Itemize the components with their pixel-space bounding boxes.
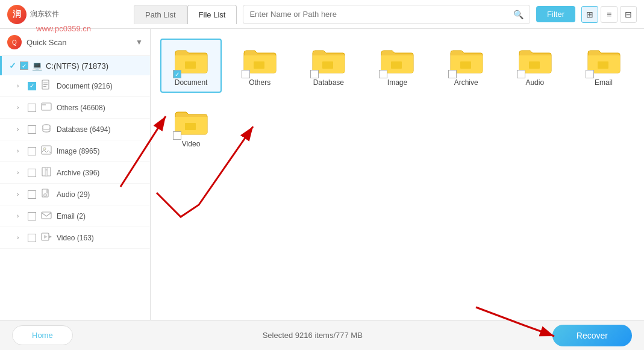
sidebar-item-icon-video — [41, 231, 52, 244]
svg-rect-3 — [43, 86, 46, 87]
sidebar-item-checkbox-audio[interactable] — [28, 190, 36, 199]
file-name-document: Document — [175, 78, 208, 87]
svg-rect-14 — [46, 189, 48, 193]
sidebar-item-email[interactable]: ›Email (2) — [0, 205, 150, 227]
sidebar-item-icon-archive — [41, 166, 52, 179]
file-checkbox-archive[interactable] — [448, 70, 457, 78]
view-columns-button[interactable]: ⊟ — [620, 6, 637, 23]
sidebar: Q Quick Scan ▼ ✓ ✓ 💻 C:(NTFS) (71873) ›✓… — [0, 29, 151, 320]
file-checkbox-image[interactable] — [379, 70, 387, 78]
expand-arrow-icon[interactable]: › — [17, 148, 23, 154]
sidebar-item-checkbox-image[interactable] — [28, 147, 36, 155]
file-item-image[interactable]: Image — [366, 39, 428, 93]
view-list-button[interactable]: ≡ — [601, 6, 617, 23]
file-checkbox-audio[interactable] — [517, 70, 525, 78]
filter-button[interactable]: Filter — [536, 6, 575, 22]
folder-icon-database — [310, 45, 346, 75]
sidebar-item-checkbox-email[interactable] — [28, 212, 36, 220]
sidebar-item-image[interactable]: ›Image (8965) — [0, 140, 150, 162]
view-icons: ⊞ ≡ ⊟ — [581, 6, 637, 23]
file-checkbox-others[interactable] — [242, 70, 250, 78]
home-button[interactable]: Home — [12, 325, 73, 345]
folder-icon-audio — [517, 45, 553, 75]
expand-arrow-icon[interactable]: › — [17, 234, 23, 241]
svg-rect-4 — [42, 103, 51, 110]
expand-arrow-icon[interactable]: › — [17, 126, 23, 133]
drive-icon: 💻 — [32, 61, 42, 70]
dropdown-arrow-icon[interactable]: ▼ — [136, 38, 143, 46]
sidebar-item-checkbox-others[interactable] — [28, 104, 36, 112]
sidebar-item-icon-others — [41, 101, 52, 114]
sidebar-item-icon-email — [41, 210, 52, 222]
file-checkbox-email[interactable] — [586, 70, 594, 78]
search-icon[interactable]: 🔍 — [513, 10, 524, 19]
sidebar-item-archive[interactable]: ›Archive (396) — [0, 162, 150, 184]
file-grid: ✓Document Others Database Image Archive … — [160, 39, 634, 154]
expand-arrow-icon[interactable]: › — [17, 169, 23, 176]
svg-marker-17 — [49, 236, 52, 238]
file-checkbox-document[interactable]: ✓ — [173, 70, 181, 78]
folder-icon-email — [586, 45, 622, 75]
drive-checkbox[interactable]: ✓ — [20, 61, 28, 70]
sidebar-item-label-email: Email (2) — [57, 212, 86, 220]
sidebar-header: Q Quick Scan ▼ — [0, 29, 150, 56]
file-item-email[interactable]: Email — [573, 39, 634, 93]
expand-arrow-icon[interactable]: › — [17, 191, 23, 198]
view-grid-button[interactable]: ⊞ — [581, 6, 598, 23]
sidebar-item-label-archive: Archive (396) — [57, 169, 99, 177]
sidebar-item-icon-audio — [41, 188, 52, 201]
svg-rect-2 — [43, 84, 48, 85]
sidebar-item-checkbox-database[interactable] — [28, 125, 36, 134]
file-name-others: Others — [249, 78, 270, 87]
logo-area: 润 润东软件 — [7, 5, 128, 24]
file-name-image: Image — [387, 78, 407, 87]
sidebar-item-label-others: Others (46608) — [57, 104, 105, 112]
status-text: Selected 9216 items/777 MB — [263, 331, 363, 340]
search-input[interactable] — [249, 10, 513, 19]
sidebar-item-label-audio: Audio (29) — [57, 190, 90, 199]
svg-rect-22 — [391, 61, 402, 69]
svg-rect-26 — [185, 123, 196, 130]
sidebar-item-label-database: Database (6494) — [57, 125, 110, 134]
file-checkbox-database[interactable] — [310, 70, 319, 78]
file-item-others[interactable]: Others — [229, 39, 290, 93]
sidebar-item-others[interactable]: ›Others (46608) — [0, 97, 150, 119]
file-item-document[interactable]: ✓Document — [160, 39, 222, 93]
sidebar-item-audio[interactable]: ›Audio (29) — [0, 184, 150, 205]
tab-file-list[interactable]: File List — [187, 5, 237, 24]
sidebar-item-checkbox-video[interactable] — [28, 234, 36, 242]
tab-path-list[interactable]: Path List — [134, 5, 187, 24]
recover-button[interactable]: Recover — [552, 325, 632, 346]
expand-arrow-icon[interactable]: › — [17, 83, 23, 89]
sidebar-item-checkbox-document[interactable]: ✓ — [28, 82, 36, 90]
file-item-database[interactable]: Database — [298, 39, 359, 93]
sidebar-item-video[interactable]: ›Video (163) — [0, 227, 150, 249]
svg-rect-5 — [42, 104, 46, 105]
svg-rect-20 — [254, 61, 264, 69]
file-item-audio[interactable]: Audio — [504, 39, 566, 93]
drive-item[interactable]: ✓ ✓ 💻 C:(NTFS) (71873) — [0, 56, 150, 75]
file-name-archive: Archive — [454, 78, 478, 87]
file-area: ✓Document Others Database Image Archive … — [151, 29, 644, 320]
svg-rect-7 — [42, 146, 51, 154]
file-item-video[interactable]: Video — [160, 100, 222, 154]
bottom-bar: Home Selected 9216 items/777 MB Recover — [0, 320, 644, 350]
file-checkbox-video[interactable] — [173, 131, 181, 140]
folder-icon-archive — [448, 45, 484, 75]
svg-rect-10 — [45, 167, 48, 176]
svg-point-8 — [43, 148, 46, 150]
logo-icon: 润 — [7, 5, 27, 24]
svg-rect-21 — [322, 61, 333, 69]
sidebar-item-checkbox-archive[interactable] — [28, 169, 36, 177]
svg-rect-19 — [185, 61, 196, 69]
sidebar-item-label-video: Video (163) — [57, 234, 94, 242]
sidebar-item-document[interactable]: ›✓Document (9216) — [0, 75, 150, 97]
expand-arrow-icon[interactable]: › — [17, 213, 23, 219]
file-item-archive[interactable]: Archive — [436, 39, 497, 93]
quick-scan-label: Quick Scan — [27, 38, 131, 47]
svg-rect-1 — [43, 83, 48, 83]
sidebar-item-database[interactable]: ›Database (6494) — [0, 119, 150, 140]
expand-arrow-icon[interactable]: › — [17, 104, 23, 111]
sidebar-item-icon-database — [41, 123, 52, 136]
sidebar-item-icon-image — [41, 145, 52, 157]
